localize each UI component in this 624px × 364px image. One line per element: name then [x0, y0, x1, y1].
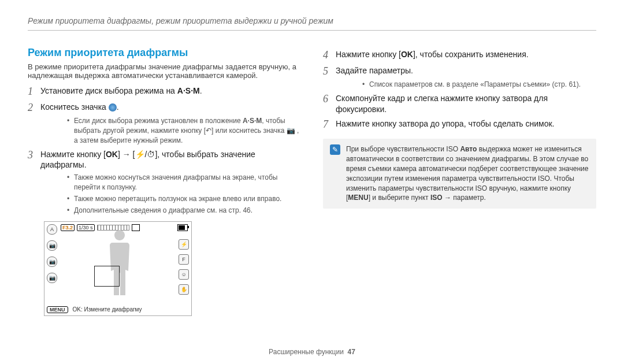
- step4-post: ], чтобы сохранить изменения.: [413, 50, 529, 59]
- step3-bullet: Также можно коснуться значения диафрагмы…: [67, 173, 301, 192]
- page-footer: Расширенные функции 47: [0, 348, 624, 356]
- menu-button: MENU: [47, 306, 68, 313]
- timer-icon: ⏱: [147, 150, 155, 159]
- mode-icon: [109, 103, 117, 112]
- ok-glyph: OK: [401, 50, 413, 59]
- step3-arrow: ] → [: [118, 150, 135, 159]
- right-column: 4 Нажмите кнопку [OK], чтобы сохранить и…: [323, 46, 596, 316]
- iso-label: ISO: [430, 194, 443, 202]
- camera-icon: 📷: [47, 240, 57, 251]
- step3-pre: Нажмите кнопку [: [40, 150, 106, 159]
- flash-icon: ⚡: [179, 239, 189, 250]
- step-number: 7: [323, 118, 336, 131]
- shutter-value: 1/30 s: [77, 224, 95, 231]
- section-intro: В режиме приоритета диафрагмы значение д…: [28, 62, 301, 80]
- step2-bullets: Если диск выбора режима установлен в пол…: [44, 116, 301, 145]
- step-number: 6: [323, 93, 336, 115]
- page-number: 47: [348, 348, 355, 356]
- step6-text: Скомпонуйте кадр и слегка нажмите кнопку…: [336, 93, 596, 115]
- step1-pre: Установите диск выбора режима на: [40, 86, 177, 95]
- step-5: 5 Задайте параметры.: [323, 65, 596, 78]
- camera-icon: 📷: [287, 127, 295, 135]
- note-text: При выборе чувствительности ISO Авто выд…: [346, 144, 589, 203]
- aperture-value: F3.2: [61, 224, 75, 231]
- step2-post: .: [117, 102, 119, 112]
- note-icon: ✎: [330, 144, 340, 155]
- quality-icon: F: [179, 254, 189, 265]
- mode-indicator-icon: A: [47, 224, 57, 235]
- page-header: Режим приоритета диафрагмы, режим приори…: [28, 16, 596, 31]
- menu-glyph: MENU: [348, 194, 368, 202]
- face-icon: ☺: [179, 269, 189, 280]
- step5-bullet: Список параметров см. в разделе «Парамет…: [362, 80, 596, 90]
- section-title: Режим приоритета диафрагмы: [28, 47, 301, 59]
- step-number: 2: [28, 102, 40, 114]
- step-2: 2 Коснитесь значка .: [28, 102, 301, 114]
- camera-icon: 📷: [47, 273, 57, 283]
- step2-pre: Коснитесь значка: [40, 102, 109, 112]
- back-icon: ↶: [206, 127, 211, 135]
- step-7: 7 Нажмите кнопку затвора до упора, чтобы…: [323, 118, 596, 131]
- mode-dial-glyph: A·S·M: [177, 86, 200, 95]
- battery-icon: [177, 224, 188, 231]
- step4-pre: Нажмите кнопку [: [336, 50, 401, 59]
- footer-label: Расширенные функции: [269, 348, 344, 356]
- step-6: 6 Скомпонуйте кадр и слегка нажмите кноп…: [323, 93, 596, 115]
- step3-bullets: Также можно коснуться значения диафрагмы…: [44, 173, 301, 215]
- camera-icon: 📷: [47, 257, 57, 267]
- focus-rect: [94, 266, 120, 287]
- step7-text: Нажмите кнопку затвора до упора, чтобы с…: [336, 118, 554, 131]
- flash-icon: ⚡/: [135, 150, 147, 159]
- step3-bullet: Также можно перетащить ползунок на экран…: [67, 194, 301, 204]
- step3-bullet: Дополнительные сведения о диафрагме см. …: [67, 206, 301, 216]
- person-silhouette: [102, 228, 137, 297]
- step-1: 1 Установите диск выбора режима на A·S·M…: [28, 86, 301, 98]
- mode-dial-glyph: A·S·M: [243, 117, 262, 125]
- note-box: ✎ При выборе чувствительности ISO Авто в…: [323, 139, 596, 209]
- step-number: 4: [323, 49, 336, 62]
- step-number: 5: [323, 65, 336, 78]
- step-number: 3: [28, 149, 40, 171]
- step2-bullet: Если диск выбора режима установлен в пол…: [67, 116, 301, 145]
- ok-glyph: OK: [106, 150, 118, 159]
- step-3: 3 Нажмите кнопку [OK] → [⚡/⏱], чтобы выб…: [28, 149, 301, 171]
- auto-label: Авто: [460, 145, 477, 153]
- left-column: Режим приоритета диафрагмы В режиме прио…: [28, 46, 301, 316]
- step-number: 1: [28, 86, 40, 98]
- screenshot-bottom-text: OK: Измените диафрагму: [73, 306, 142, 313]
- step5-text: Задайте параметры.: [336, 65, 413, 78]
- step-4: 4 Нажмите кнопку [OK], чтобы сохранить и…: [323, 49, 596, 62]
- step1-post: .: [200, 86, 202, 95]
- camera-screenshot: A 📷 📷 📷 F3.2 1/30 s ⚡ F ☺ ✋: [44, 221, 192, 316]
- step5-bullets: Список параметров см. в разделе «Парамет…: [339, 80, 596, 90]
- hand-icon: ✋: [179, 284, 189, 295]
